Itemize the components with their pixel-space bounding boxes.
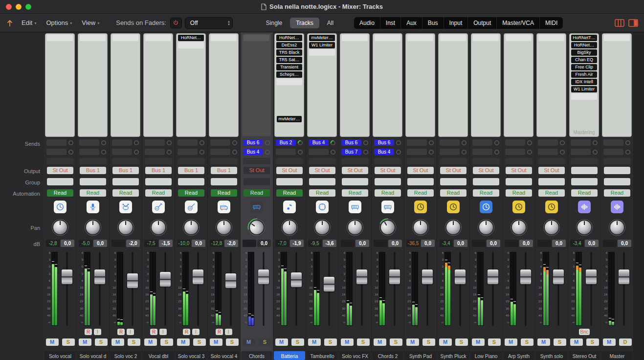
volume-fader[interactable] <box>520 270 531 284</box>
volume-fader[interactable] <box>455 270 466 284</box>
group-slot[interactable] <box>604 178 630 185</box>
volume-fader[interactable] <box>193 270 203 284</box>
input-monitor-button[interactable]: I <box>94 329 101 335</box>
automation-mode-button[interactable]: Read <box>342 189 368 197</box>
solo-button[interactable]: S <box>422 338 435 346</box>
group-slot[interactable] <box>244 178 270 185</box>
send-slot[interactable] <box>210 139 238 146</box>
dual-pane-view-button[interactable] <box>628 19 638 27</box>
send-slot[interactable] <box>112 149 139 155</box>
channel-strip[interactable]: St OutRead-36,50,0630361016233040∞MSSynt… <box>404 32 437 360</box>
send-slot[interactable] <box>407 149 434 155</box>
automation-mode-button[interactable]: Read <box>375 189 401 197</box>
send-level-knob[interactable] <box>265 140 270 146</box>
filter-aux[interactable]: Aux <box>401 17 422 29</box>
output-slot[interactable]: Bus 1 <box>178 167 204 174</box>
track-icon[interactable] <box>87 201 99 213</box>
pan-knob[interactable] <box>509 218 529 237</box>
volume-display[interactable]: 0,0 <box>421 240 435 247</box>
channel-strip[interactable]: St OutRead-2,80,0630361016233040∞MSSolo … <box>44 32 77 360</box>
pan-knob[interactable] <box>607 218 627 237</box>
pan-knob-cap[interactable] <box>544 220 559 235</box>
solo-button[interactable]: S <box>291 338 304 346</box>
empty-insert-slot[interactable] <box>440 35 466 41</box>
empty-send-slot[interactable] <box>210 139 230 146</box>
empty-send-slot[interactable] <box>46 149 67 155</box>
solo-button[interactable]: S <box>160 338 173 346</box>
bounce-button[interactable]: Bnc <box>579 329 589 335</box>
send-slot[interactable] <box>505 139 533 146</box>
send-level-knob[interactable] <box>494 149 500 155</box>
mute-button[interactable]: M <box>472 338 485 346</box>
empty-send-slot[interactable] <box>276 149 296 155</box>
fader-track[interactable] <box>387 252 402 326</box>
volume-fader[interactable] <box>356 270 367 284</box>
send-slot[interactable] <box>46 149 74 155</box>
send-level-knob[interactable] <box>330 149 336 155</box>
filter-output[interactable]: Output <box>468 17 497 29</box>
send-level-knob[interactable] <box>101 140 107 146</box>
volume-display[interactable]: 0,0 <box>61 240 74 247</box>
fader-track[interactable] <box>616 252 632 326</box>
empty-insert-slot[interactable] <box>407 35 433 41</box>
send-destination[interactable]: Bus 4 <box>309 139 329 146</box>
solo-button[interactable]: S <box>193 338 206 346</box>
group-slot[interactable] <box>145 178 172 185</box>
solo-button[interactable]: S <box>357 338 370 346</box>
solo-button[interactable]: S <box>488 338 501 346</box>
send-slot[interactable] <box>472 149 500 155</box>
solo-button[interactable]: S <box>62 338 75 346</box>
peak-level-display[interactable] <box>341 240 355 247</box>
track-name[interactable]: Solo voc 2 <box>110 351 141 360</box>
peak-level-display[interactable] <box>603 240 617 247</box>
volume-display[interactable]: 0,0 <box>552 240 566 247</box>
volume-display[interactable]: -1,9 <box>290 240 304 247</box>
group-slot[interactable] <box>112 178 139 185</box>
pan-knob-cap[interactable] <box>511 220 527 235</box>
output-slot[interactable]: St Out <box>375 167 401 174</box>
send-slot[interactable] <box>571 139 598 146</box>
peak-level-display[interactable]: -36,5 <box>406 240 420 247</box>
automation-mode-button[interactable]: Read <box>145 189 172 197</box>
send-level-knob[interactable] <box>199 140 205 146</box>
peak-level-display[interactable]: -10,0 <box>177 240 191 247</box>
fader-track[interactable] <box>551 252 566 326</box>
track-icon[interactable] <box>512 201 525 213</box>
empty-insert-slot[interactable] <box>145 35 171 41</box>
filter-inst[interactable]: Inst <box>380 17 401 29</box>
track-name[interactable]: Synth Pad <box>405 351 436 360</box>
group-slot[interactable] <box>211 178 237 185</box>
pan-knob[interactable] <box>214 218 234 237</box>
automation-mode-button[interactable]: Read <box>112 189 139 197</box>
send-level-knob[interactable] <box>527 149 533 155</box>
fader-track[interactable] <box>485 252 501 326</box>
empty-send-slot[interactable] <box>276 158 303 164</box>
pan-knob[interactable] <box>444 218 463 237</box>
send-slot[interactable] <box>571 149 598 155</box>
pan-knob-cap[interactable] <box>413 220 428 235</box>
send-slot[interactable] <box>407 139 434 146</box>
plugin-slot[interactable]: BigSky <box>571 49 597 56</box>
group-slot[interactable] <box>538 178 565 185</box>
send-slot[interactable] <box>210 158 238 164</box>
send-slot[interactable] <box>79 158 107 164</box>
record-enable-button[interactable]: R <box>216 329 223 335</box>
filter-midi[interactable]: MIDI <box>540 17 563 29</box>
pan-knob[interactable] <box>181 218 201 237</box>
empty-send-slot[interactable] <box>178 158 205 164</box>
plugin-slot[interactable]: Fresh Air <box>571 71 597 78</box>
send-level-knob[interactable] <box>428 140 434 146</box>
group-slot[interactable] <box>440 178 466 185</box>
send-slot[interactable] <box>46 139 74 146</box>
channel-strip[interactable]: Bus 6Bus 7St OutRead0,0630361016233040∞M… <box>339 32 372 360</box>
volume-display[interactable]: 0,0 <box>192 240 205 247</box>
solo-button[interactable]: S <box>455 338 468 346</box>
output-slot[interactable]: St Out <box>244 167 270 174</box>
channel-strip[interactable]: HoRNetT…HoRNet…BigSkyChan EQFree ClipFre… <box>568 32 601 360</box>
empty-send-slot[interactable] <box>79 149 99 155</box>
send-destination[interactable]: Bus 4 <box>243 149 263 155</box>
mute-button[interactable]: M <box>177 338 190 346</box>
channel-strip[interactable]: Bus 1Read-7,5-1,5630361016233040∞RIMSVoc… <box>142 32 175 360</box>
pan-knob[interactable] <box>116 218 135 237</box>
empty-send-slot[interactable] <box>374 158 401 164</box>
